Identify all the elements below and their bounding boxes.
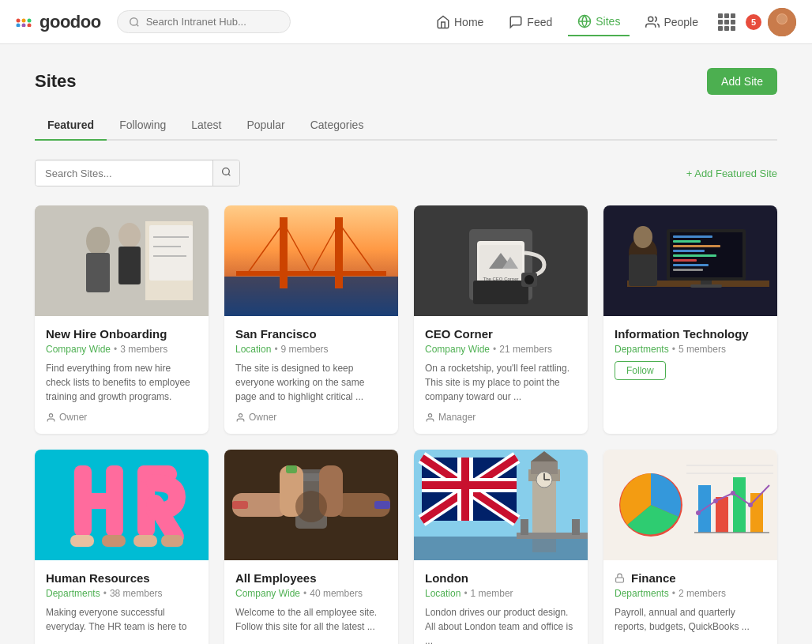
home-icon	[436, 15, 450, 29]
site-image-ceo: The CEO Corner	[414, 205, 588, 316]
card-category-new-hire: Company Wide	[46, 344, 111, 355]
site-search-button[interactable]	[212, 160, 239, 186]
svg-rect-111	[572, 519, 580, 535]
svg-rect-79	[161, 535, 183, 547]
svg-rect-21	[86, 253, 110, 292]
svg-rect-24	[149, 225, 193, 281]
card-meta-london: Location • 1 member	[425, 588, 577, 599]
svg-rect-60	[673, 254, 716, 257]
nav-sites[interactable]: Sites	[568, 8, 630, 36]
site-card-hr[interactable]: Human Resources Departments • 38 members…	[35, 450, 209, 644]
card-body-all-emp: All Employees Company Wide • 40 members …	[224, 560, 398, 644]
nav-feed[interactable]: Feed	[499, 9, 562, 36]
tab-latest[interactable]: Latest	[179, 111, 234, 141]
nav-home-label: Home	[454, 16, 483, 28]
global-search[interactable]	[117, 10, 291, 33]
card-desc-ceo: On a rocketship, you'll feel rattling. T…	[425, 361, 577, 404]
svg-point-5	[28, 23, 32, 27]
svg-rect-23	[118, 247, 141, 284]
svg-rect-57	[673, 240, 701, 243]
svg-rect-32	[335, 221, 343, 288]
lock-icon	[615, 573, 625, 583]
nav-people[interactable]: People	[636, 9, 708, 36]
nav-home[interactable]: Home	[427, 9, 493, 36]
search-input[interactable]	[146, 16, 279, 28]
svg-point-50	[524, 275, 534, 284]
site-card-it[interactable]: Information Technology Departments • 5 m…	[603, 205, 777, 434]
svg-point-22	[118, 223, 141, 248]
svg-rect-58	[673, 245, 720, 247]
grid-icon	[718, 13, 735, 31]
card-category-london: Location	[425, 588, 461, 599]
logo[interactable]: goodoo	[16, 12, 101, 32]
card-title-finance: Finance	[615, 571, 766, 585]
site-card-finance[interactable]: Finance Departments • 2 members Payroll,…	[603, 450, 777, 644]
site-card-all-emp[interactable]: All Employees Company Wide • 40 members …	[224, 450, 398, 644]
app-grid-button[interactable]	[714, 9, 739, 35]
nav-people-label: People	[664, 16, 698, 28]
svg-rect-56	[673, 235, 712, 238]
card-members-finance: 2 members	[679, 588, 726, 599]
site-search-input[interactable]	[36, 161, 212, 186]
nav-sites-label: Sites	[596, 15, 620, 28]
site-search-bar[interactable]	[35, 160, 240, 186]
site-card-london[interactable]: London Location • 1 member London drives…	[414, 450, 588, 644]
card-meta-new-hire: Company Wide • 3 members	[46, 344, 197, 355]
card-title-all-emp: All Employees	[235, 571, 387, 585]
card-title-hr: Human Resources	[46, 571, 197, 585]
card-role-label-ceo: Manager	[438, 412, 476, 423]
site-card-ceo[interactable]: The CEO Corner CEO Corner Company Wide •…	[414, 205, 588, 434]
card-role-new-hire: Owner	[46, 412, 197, 423]
add-featured-link[interactable]: + Add Featured Site	[686, 168, 777, 179]
svg-rect-78	[133, 535, 157, 547]
svg-rect-31	[280, 221, 288, 288]
site-image-hr	[35, 450, 209, 560]
tab-featured[interactable]: Featured	[35, 111, 107, 141]
card-category-finance: Departments	[615, 588, 669, 599]
card-role-ceo: Manager	[425, 412, 577, 423]
site-image-sf	[224, 205, 398, 316]
site-image-it	[603, 205, 777, 316]
card-members-hr: 38 members	[110, 588, 163, 599]
notification-badge[interactable]: 5	[746, 14, 761, 30]
svg-point-10	[648, 17, 653, 21]
main-nav: Home Feed Sites People	[427, 8, 796, 36]
svg-rect-38	[280, 217, 288, 227]
add-site-button[interactable]: Add Site	[707, 68, 777, 95]
svg-point-4	[22, 23, 26, 27]
svg-rect-89	[286, 465, 297, 473]
card-role-label-new-hire: Owner	[59, 412, 87, 423]
svg-point-90	[295, 491, 327, 522]
card-members-london: 1 member	[471, 588, 513, 599]
svg-rect-37	[236, 271, 386, 276]
sites-grid: New Hire Onboarding Company Wide • 3 mem…	[35, 205, 777, 644]
svg-point-2	[28, 18, 32, 22]
avatar[interactable]	[768, 8, 796, 36]
card-members-sf: 9 members	[281, 344, 329, 355]
site-card-sf[interactable]: San Francisco Location • 9 members The s…	[224, 205, 398, 434]
svg-rect-87	[232, 501, 248, 509]
tab-popular[interactable]: Popular	[234, 111, 297, 141]
svg-point-14	[777, 14, 787, 24]
card-category-all-emp: Company Wide	[235, 588, 300, 599]
site-card-new-hire[interactable]: New Hire Onboarding Company Wide • 3 mem…	[35, 205, 209, 434]
svg-point-121	[731, 491, 735, 495]
card-meta-hr: Departments • 38 members	[46, 588, 197, 599]
svg-rect-108	[414, 537, 588, 560]
svg-point-51	[428, 413, 431, 416]
tab-categories[interactable]: Categories	[298, 111, 377, 141]
card-desc-new-hire: Find everything from new hire check list…	[46, 361, 197, 404]
card-desc-sf: The site is designed to keep everyone wo…	[235, 361, 387, 404]
role-icon	[235, 412, 246, 423]
card-desc-london: London drives our product design. All ab…	[425, 605, 577, 644]
svg-rect-88	[374, 501, 390, 509]
card-members-ceo: 21 members	[499, 344, 552, 355]
card-title-sf: San Francisco	[235, 327, 387, 341]
svg-rect-61	[673, 259, 697, 262]
card-members-it: 5 members	[679, 344, 726, 355]
tabs-bar: Featured Following Latest Popular Catego…	[35, 111, 777, 141]
svg-point-3	[17, 23, 21, 27]
follow-button-it[interactable]: Follow	[615, 361, 666, 380]
logo-dots	[16, 17, 38, 27]
tab-following[interactable]: Following	[107, 111, 179, 141]
